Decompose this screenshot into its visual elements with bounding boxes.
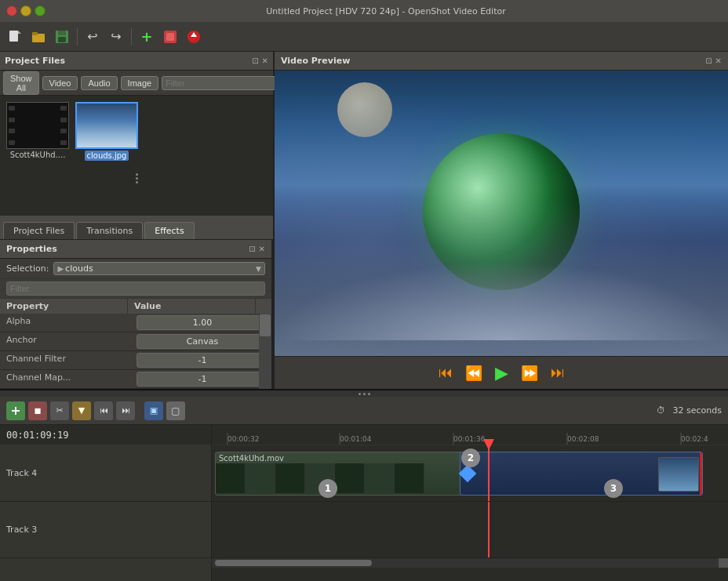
clip-scott4k[interactable]: Scott4kUhd.mov (215, 452, 463, 496)
add-button[interactable]: + (136, 27, 157, 47)
track-4-label-text: Track 4 (6, 468, 37, 478)
timeline-section: + ◼ ✂ ▼ ⏮ ⏭ ▣ ▢ ⏱ 32 seconds 00:01:09:19 (0, 389, 728, 581)
file-thumbnail-video (6, 102, 69, 149)
save-button[interactable] (52, 27, 72, 47)
tab-project-files[interactable]: Project Files (3, 222, 75, 239)
file-item-video[interactable]: Scott4kUhd.... (6, 102, 69, 159)
prop-channel-map-value[interactable]: -1 (136, 372, 268, 387)
properties-rows: Alpha 1.00 Anchor Canvas Channel Filter … (0, 314, 271, 389)
maximize-button[interactable] (35, 5, 46, 16)
add-track-button[interactable]: + (6, 401, 25, 420)
project-files-spacer (0, 167, 273, 216)
transition-element[interactable] (461, 467, 474, 480)
selection-dropdown-container[interactable]: ▶ clouds ▼ (53, 262, 265, 275)
file-label-image: clouds.jpg (85, 151, 129, 161)
track-4-row: Scott4kUhd.mov (212, 445, 728, 502)
file-item-image[interactable]: clouds.jpg (75, 102, 138, 161)
image-filter-button[interactable]: Image (121, 76, 159, 90)
timeline-tracks-area: 00:00:32 00:01:04 00:01:36 00:02:08 00:0… (212, 425, 728, 581)
audio-filter-button[interactable]: Audio (81, 76, 117, 90)
track-labels-panel: 00:01:09:19 Track 4 Track 3 (0, 425, 212, 581)
panel-resize-icon[interactable]: ⊡ (252, 56, 258, 65)
scrollbar-corner (719, 558, 728, 568)
cut-button[interactable]: ✂ (50, 401, 69, 420)
film-hole (9, 118, 15, 122)
timeline-resize-handle[interactable] (0, 390, 728, 397)
svg-rect-6 (58, 37, 66, 42)
film-strip-left (7, 103, 16, 148)
forward-tl-button[interactable]: ⏭ (116, 401, 135, 420)
properties-scrollbar[interactable] (259, 314, 271, 389)
clip-icon: ▶ (57, 264, 64, 273)
preview-controls: ⏮ ⏪ ▶ ⏩ ⏭ (275, 356, 728, 389)
play-button[interactable]: ▶ (492, 360, 511, 387)
window-controls[interactable] (6, 5, 46, 16)
file-label-video: Scott4kUhd.... (10, 151, 66, 159)
ruler-time-0: 00:00:32 (228, 435, 259, 443)
panel-close-icon[interactable]: ✕ (262, 56, 268, 65)
film-hole (60, 118, 67, 122)
video-filter-button[interactable]: Video (42, 76, 78, 90)
toolbar-separator-1 (77, 28, 78, 45)
prop-channel-filter-value[interactable]: -1 (136, 353, 268, 368)
tab-transitions[interactable]: Transitions (76, 222, 143, 239)
new-button[interactable] (5, 27, 25, 47)
tab-effects[interactable]: Effects (144, 222, 194, 239)
project-filter-input[interactable] (162, 76, 278, 90)
zoom-in-button[interactable]: ▣ (144, 401, 163, 420)
preview-header-icons: ⊡ ✕ (705, 56, 722, 65)
property-col-header: Property (0, 299, 128, 314)
forward-button[interactable]: ⏩ (518, 361, 541, 385)
redo-button[interactable]: ↪ (106, 27, 126, 47)
minimize-button[interactable] (20, 5, 31, 16)
horizontal-scrollbar[interactable] (212, 558, 728, 568)
clip-clouds[interactable]: .jpg (460, 452, 703, 496)
filter-row (0, 279, 271, 299)
top-section: Project Files ⊡ ✕ Show All Video Audio I… (0, 52, 728, 389)
resize-dot-3 (368, 393, 370, 395)
playhead[interactable] (488, 445, 490, 501)
project-files-header: Project Files ⊡ ✕ (0, 52, 273, 71)
filter-button[interactable]: ▼ (72, 401, 91, 420)
rewind-button[interactable]: ⏪ (462, 361, 486, 385)
effects-button[interactable] (160, 27, 180, 47)
properties-table-header: Property Value (0, 299, 271, 314)
properties-header-icons: ⊡ ✕ (249, 245, 265, 253)
frame-6 (365, 463, 395, 493)
value-col-header: Value (128, 299, 256, 314)
resize-dots-row (359, 393, 370, 395)
resize-dot (136, 181, 138, 183)
forward-to-end-button[interactable]: ⏭ (548, 361, 568, 384)
clip-scott4k-label: Scott4kUhd.mov (219, 454, 284, 463)
clip-extension (702, 452, 703, 495)
rewind-tl-button[interactable]: ⏮ (94, 401, 113, 420)
main-container: Project Files ⊡ ✕ Show All Video Audio I… (0, 52, 728, 581)
scrollbar-thumb[interactable] (215, 560, 372, 566)
export-button[interactable] (184, 27, 204, 47)
prop-alpha-value[interactable]: 1.00 (136, 315, 268, 330)
properties-resize-icon[interactable]: ⊡ (249, 245, 255, 253)
preview-close-icon[interactable]: ✕ (715, 56, 722, 65)
properties-close-icon[interactable]: ✕ (259, 245, 265, 253)
resize-dot (136, 177, 138, 180)
titlebar: Untitled Project [HDV 720 24p] - OpenSho… (0, 0, 728, 22)
remove-track-button[interactable]: ◼ (28, 401, 47, 420)
preview-resize-icon[interactable]: ⊡ (705, 56, 712, 65)
selection-row: Selection: ▶ clouds ▼ (0, 259, 271, 279)
film-hole (60, 129, 67, 133)
prop-anchor-value[interactable]: Canvas (136, 334, 268, 349)
undo-button[interactable]: ↩ (82, 27, 103, 47)
file-thumbnail-image (75, 102, 138, 149)
scrollbar-thumb[interactable] (260, 314, 271, 336)
open-button[interactable] (28, 27, 49, 47)
properties-filter-input[interactable] (6, 281, 265, 296)
project-files-toolbar: Show All Video Audio Image 🧹 (0, 71, 273, 96)
zoom-out-button[interactable]: ▢ (166, 401, 185, 420)
clip-clouds-thumbnail (658, 457, 699, 492)
close-button[interactable] (6, 5, 17, 16)
svg-marker-1 (18, 31, 21, 34)
rewind-to-start-button[interactable]: ⏮ (435, 361, 456, 384)
show-all-button[interactable]: Show All (3, 71, 39, 95)
track-3-row (212, 502, 728, 558)
resize-handle[interactable] (133, 170, 141, 187)
